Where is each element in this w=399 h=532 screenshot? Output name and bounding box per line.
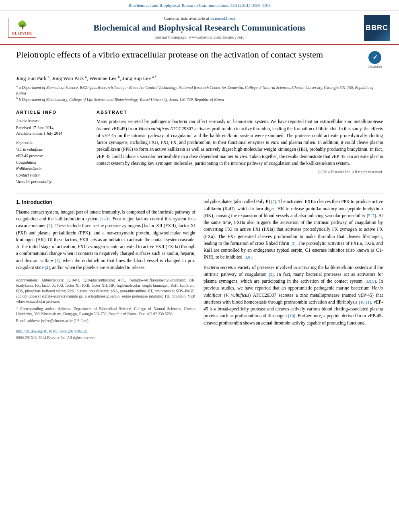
crossmark[interactable]: ✓ CrossMark <box>367 51 383 70</box>
citation-bar: Biochemical and Biophysical Research Com… <box>0 0 399 11</box>
right-paragraph-1: polyphosphates (also called Poly P) [2].… <box>204 198 383 261</box>
header-center: Contents lists available at ScienceDirec… <box>40 15 359 41</box>
elsevier-logo: 🌳 ELSEVIER <box>8 18 36 38</box>
article-title-section: Pleiotropic effects of a vibrio extracel… <box>16 49 383 71</box>
corresponding-footnote: * Corresponding author. Address: Departm… <box>16 306 195 317</box>
bbrc-logo: BBRC <box>363 15 391 41</box>
right-column: polyphosphates (also called Poly P) [2].… <box>204 198 383 341</box>
affiliation-a: a a Department of Biomedical Science, BK… <box>16 84 383 96</box>
doi-section: http://dx.doi.org/10.1016/j.bbrc.2014.06… <box>16 328 195 341</box>
sciencedirect-link[interactable]: ScienceDirect <box>210 16 235 21</box>
intro-heading: 1. Introduction <box>16 198 195 206</box>
divider-1 <box>16 106 383 106</box>
abbreviations-footnote: Abbreviations: Abbreviations: 1,10-PT, 1… <box>16 278 195 304</box>
authors: Jung Eun Park a, Jong Woo Park a, Weonta… <box>16 74 383 82</box>
article-info-panel: ARTICLE INFO Article history: Received 1… <box>16 109 88 188</box>
keyword-2: vEP-45 protease <box>16 153 88 159</box>
history-label: Article history: <box>16 118 88 124</box>
keywords-section: Keywords: Vibrio vulnificus vEP-45 prote… <box>16 140 88 185</box>
crossmark-icon[interactable]: ✓ <box>368 51 381 64</box>
license-text: 0006-291X/© 2014 Elsevier Inc. All right… <box>16 335 195 341</box>
received-date: Received 17 June 2014 <box>16 125 88 131</box>
keyword-5: Contact system <box>16 172 88 179</box>
article-title: Pleiotropic effects of a vibrio extracel… <box>16 49 363 61</box>
keyword-4: Kallikrein/kinin <box>16 166 88 172</box>
copyright: © 2014 Elsevier Inc. All rights reserved… <box>97 169 383 175</box>
article-history: Article history: Received 17 June 2014 A… <box>16 118 88 137</box>
abstract-text: Many proteases secreted by pathogenic ba… <box>97 118 383 167</box>
abstract-heading: ABSTRACT <box>97 109 383 116</box>
keywords-label: Keywords: <box>16 140 88 146</box>
crossmark-label: CrossMark <box>368 65 382 70</box>
keywords-list: Vibrio vulnificus vEP-45 protease Coagul… <box>16 146 88 185</box>
abstract-section: ABSTRACT Many proteases secreted by path… <box>97 109 383 188</box>
email-footnote: E-mail address: jsplee@chosun.ac.kr (J.S… <box>16 318 195 324</box>
article-info-abstract: ARTICLE INFO Article history: Received 1… <box>16 109 383 188</box>
bbrc-box: BBRC <box>364 15 390 41</box>
journal-homepage: journal homepage: www.elsevier.com/locat… <box>40 34 359 41</box>
keyword-6: Vascular permeability <box>16 179 88 185</box>
article-title-text: Pleiotropic effects of a vibrio extracel… <box>16 49 363 64</box>
journal-title: Biochemical and Biophysical Research Com… <box>40 23 359 33</box>
right-paragraph-2: Bacteria secrets a variety of proteases … <box>204 264 383 327</box>
intro-paragraph-1: Plasma contact system, integral part of … <box>16 209 195 271</box>
authors-text: Jung Eun Park a, Jong Woo Park a, Weonta… <box>16 75 156 81</box>
elsevier-wordmark: ELSEVIER <box>10 31 34 36</box>
keyword-1: Vibrio vulnificus <box>16 146 88 153</box>
article-info-heading: ARTICLE INFO <box>16 109 88 116</box>
footnotes: Abbreviations: Abbreviations: 1,10-PT, 1… <box>16 275 195 341</box>
affiliations: a a Department of Biomedical Science, BK… <box>16 84 383 103</box>
divider-2 <box>16 193 383 193</box>
available-date: Available online 1 July 2014 <box>16 131 88 137</box>
main-content: Pleiotropic effects of a vibrio extracel… <box>0 45 399 349</box>
body-content: 1. Introduction Plasma contact system, i… <box>16 198 383 341</box>
journal-header: 🌳 ELSEVIER Contents lists available at S… <box>0 11 399 45</box>
doi-link[interactable]: http://dx.doi.org/10.1016/j.bbrc.2014.06… <box>16 329 88 333</box>
affiliation-b: b b Department of Biochemistry, College … <box>16 96 383 103</box>
left-column: 1. Introduction Plasma contact system, i… <box>16 198 195 341</box>
keyword-3: Coagulation <box>16 159 88 166</box>
citation-text: Biochemical and Biophysical Research Com… <box>128 3 271 8</box>
contents-available: Contents lists available at ScienceDirec… <box>40 15 359 22</box>
